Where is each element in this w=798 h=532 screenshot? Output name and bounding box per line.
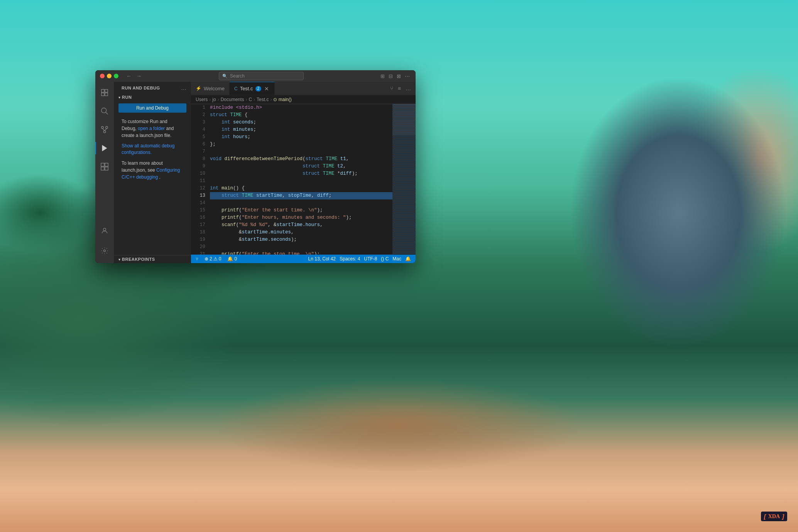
line-num-19: 19 xyxy=(191,236,205,243)
statusbar-bell[interactable]: 🔔 xyxy=(404,255,413,263)
warnings-count: 0 xyxy=(219,256,221,262)
split-editor-button[interactable]: ⑂ xyxy=(389,84,395,92)
line-num-21: 21 xyxy=(191,251,205,255)
line-num-10: 10 xyxy=(191,170,205,177)
cursor-position: Ln 13, Col 42 xyxy=(308,256,336,262)
code-line-11 xyxy=(210,177,392,185)
svg-rect-14 xyxy=(101,167,104,170)
sidebar-item-source-control[interactable] xyxy=(95,120,114,139)
c-file-tab-icon: C xyxy=(234,86,238,91)
code-line-13: struct TIME startTime, stopTime, diff; xyxy=(210,192,392,199)
account-button[interactable] xyxy=(95,221,114,240)
breakpoints-section: ▾ BREAKPOINTS xyxy=(114,255,191,263)
breakpoints-collapse-icon: ▾ xyxy=(118,257,120,262)
code-line-5: int hours; xyxy=(210,133,392,141)
eol-label: () C xyxy=(381,256,389,262)
code-content[interactable]: #include <stdio.h> struct TIME { int sec… xyxy=(208,104,392,255)
svg-marker-11 xyxy=(102,145,107,152)
sidebar-item-search[interactable] xyxy=(95,102,114,120)
svg-rect-15 xyxy=(105,167,108,170)
line-num-18: 18 xyxy=(191,229,205,236)
forward-button[interactable]: → xyxy=(135,72,143,80)
code-line-14 xyxy=(210,199,392,207)
breadcrumb-c[interactable]: C xyxy=(249,97,252,102)
open-folder-link[interactable]: open a folder xyxy=(138,126,165,131)
statusbar-eol[interactable]: () C xyxy=(379,255,390,263)
breadcrumb-testc[interactable]: Test.c xyxy=(257,97,269,102)
tab-close-button[interactable]: ✕ xyxy=(264,86,270,92)
os-label: Mac xyxy=(392,256,401,262)
more-editor-actions[interactable]: … xyxy=(404,84,413,92)
editor-layout-button[interactable]: ≡ xyxy=(396,84,402,92)
breadcrumb-users[interactable]: Users xyxy=(196,97,208,102)
run-section-header[interactable]: ▾ RUN xyxy=(114,94,191,100)
bell-icon: 🔔 xyxy=(227,256,233,262)
xda-badge: [ XDA ] xyxy=(761,512,787,521)
xda-logo: XDA xyxy=(768,513,780,520)
learn-text: To learn more about launch.json, see Con… xyxy=(114,157,191,183)
titlebar-nav: ← → xyxy=(125,72,143,80)
statusbar-right: Ln 13, Col 42 Spaces: 4 UTF-8 () C Mac xyxy=(307,255,413,263)
line-num-5: 5 xyxy=(191,133,205,141)
breakpoints-header[interactable]: ▾ BREAKPOINTS xyxy=(114,255,191,263)
code-line-19: &startTime.seconds); xyxy=(210,236,392,243)
titlebar-actions: ⊞ ⊟ ⊠ ⋯ xyxy=(379,73,411,80)
close-button[interactable] xyxy=(100,74,105,78)
line-num-20: 20 xyxy=(191,243,205,251)
settings-button[interactable] xyxy=(95,242,114,260)
code-line-10: struct TIME *diff); xyxy=(210,170,392,177)
tab-welcome[interactable]: ⚡ Welcome xyxy=(191,82,230,95)
sidebar-more-button[interactable]: … xyxy=(181,85,186,91)
indent-label: Spaces: 4 xyxy=(340,256,360,262)
statusbar-notifications[interactable]: 🔔 0 xyxy=(226,255,238,263)
svg-rect-3 xyxy=(105,93,108,96)
breadcrumb-jo[interactable]: jo xyxy=(212,97,216,102)
more-actions-button[interactable]: ⋯ xyxy=(404,73,411,80)
statusbar-encoding[interactable]: UTF-8 xyxy=(362,255,379,263)
sidebar-item-explorer[interactable] xyxy=(95,83,114,102)
statusbar-errors[interactable]: ⊕ 2 ⚠ 0 xyxy=(203,255,223,263)
svg-point-4 xyxy=(101,108,107,113)
code-line-4: int minutes; xyxy=(210,126,392,133)
code-editor[interactable]: 1 2 3 4 5 6 7 8 9 10 11 12 13 14 15 16 1 xyxy=(191,104,416,255)
code-line-15: printf("Enter the start time. \n"); xyxy=(210,207,392,214)
search-icon: 🔍 xyxy=(222,74,228,79)
show-debug-configs-link[interactable]: Show all automatic debug configurations. xyxy=(114,141,191,157)
statusbar-os[interactable]: Mac xyxy=(391,255,403,263)
statusbar-branch[interactable]: ⑂ xyxy=(194,255,200,263)
svg-point-6 xyxy=(101,127,104,129)
layout-toggle-3[interactable]: ⊠ xyxy=(396,73,402,80)
code-line-3: int seconds; xyxy=(210,119,392,126)
minimize-button[interactable] xyxy=(107,74,112,78)
run-and-debug-button[interactable]: Run and Debug xyxy=(118,103,186,113)
breadcrumb: Users › jo › Documents › C › Test.c › ⊙ … xyxy=(191,95,416,104)
svg-rect-1 xyxy=(105,90,108,92)
sidebar-item-extensions[interactable] xyxy=(95,157,114,176)
statusbar-position[interactable]: Ln 13, Col 42 xyxy=(307,255,337,263)
tab-test-c[interactable]: C Test.c 2 ✕ xyxy=(230,82,275,95)
line-num-4: 4 xyxy=(191,126,205,133)
breadcrumb-documents[interactable]: Documents xyxy=(221,97,244,102)
notification-bell-icon: 🔔 xyxy=(405,256,411,262)
statusbar-spaces[interactable]: Spaces: 4 xyxy=(338,255,362,263)
line-num-2: 2 xyxy=(191,111,205,119)
layout-toggle-1[interactable]: ⊞ xyxy=(379,73,386,80)
search-box[interactable]: 🔍 Search xyxy=(219,72,304,80)
sidebar-item-run-debug[interactable] xyxy=(95,139,114,157)
titlebar-search: 🔍 Search xyxy=(146,72,376,80)
encoding-label: UTF-8 xyxy=(364,256,377,262)
run-section: ▾ RUN Run and Debug To customize Run and… xyxy=(114,93,191,184)
breadcrumb-main-func[interactable]: ⊙ main() xyxy=(273,97,291,102)
back-button[interactable]: ← xyxy=(125,72,133,80)
maximize-button[interactable] xyxy=(114,74,118,78)
minimap-viewport[interactable] xyxy=(392,104,416,135)
sidebar-header-title: RUN AND DEBUG xyxy=(122,86,160,90)
line-num-1: 1 xyxy=(191,104,205,111)
svg-point-17 xyxy=(104,250,106,252)
layout-toggle-2[interactable]: ⊟ xyxy=(387,73,394,80)
line-num-14: 14 xyxy=(191,199,205,207)
svg-point-8 xyxy=(103,131,106,133)
main-content: RUN AND DEBUG … ▾ RUN Run and Debug To c… xyxy=(95,82,416,263)
line-numbers: 1 2 3 4 5 6 7 8 9 10 11 12 13 14 15 16 1 xyxy=(191,104,208,255)
line-num-12: 12 xyxy=(191,185,205,192)
